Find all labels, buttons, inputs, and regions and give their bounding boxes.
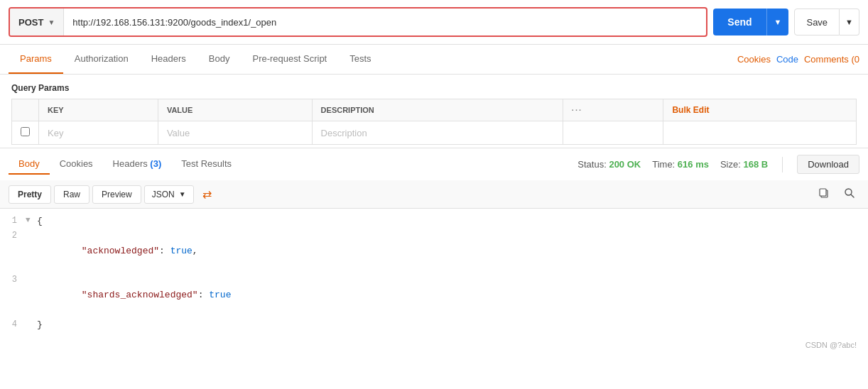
key-cell[interactable]: Key: [39, 121, 158, 145]
save-dropdown-button[interactable]: ▼: [840, 9, 859, 35]
watermark: CSDN @?abc!: [0, 338, 868, 352]
query-params-section: Query Params KEY VALUE DESCRIPTION ··· B…: [0, 75, 868, 145]
status-value: 200 OK: [609, 159, 641, 170]
code-toolbar: Pretty Raw Preview JSON ▼ ⇄: [0, 180, 868, 209]
resp-tab-headers[interactable]: Headers (3): [103, 154, 172, 175]
col-bulk-edit: Bulk Edit: [663, 99, 857, 121]
response-tabs-row: Body Cookies Headers (3) Test Results St…: [0, 148, 868, 180]
col-description: DESCRIPTION: [312, 99, 563, 121]
request-tabs-row: Params Authorization Headers Body Pre-re…: [0, 45, 868, 75]
search-icon: [844, 187, 855, 199]
col-key: KEY: [39, 99, 158, 121]
resp-tab-test-results[interactable]: Test Results: [171, 154, 242, 175]
search-button[interactable]: [840, 185, 859, 204]
code-line-4: 4 }: [0, 318, 868, 333]
size-label: Size: 168 B: [720, 159, 768, 170]
time-value: 616 ms: [678, 159, 709, 170]
tab-body[interactable]: Body: [197, 45, 242, 74]
code-link[interactable]: Code: [776, 54, 798, 65]
row-checkbox[interactable]: [12, 121, 39, 145]
tab-tests[interactable]: Tests: [338, 45, 382, 74]
value-cell[interactable]: Value: [158, 121, 312, 145]
format-selector[interactable]: JSON ▼: [144, 185, 194, 204]
send-group: Send ▼: [713, 9, 788, 35]
method-selector[interactable]: POST ▼: [10, 9, 64, 35]
tab-params[interactable]: Params: [9, 45, 63, 74]
row-extra: [663, 121, 857, 145]
code-area: 1 ▼ { 2 "acknowledged": true, 3 "shards_…: [0, 209, 868, 338]
format-label: JSON: [152, 190, 175, 199]
line-number: 1: [0, 214, 26, 228]
format-chevron-icon: ▼: [179, 190, 186, 198]
code-line-1: 1 ▼ {: [0, 214, 868, 229]
copy-button[interactable]: [814, 185, 834, 204]
comments-link[interactable]: Comments (0: [804, 54, 859, 65]
size-value: 168 B: [743, 159, 768, 170]
code-text: }: [37, 318, 868, 333]
response-meta: Status: 200 OK Time: 616 ms Size: 168 B …: [577, 155, 859, 174]
cookies-link[interactable]: Cookies: [737, 54, 771, 65]
more-icon[interactable]: ···: [572, 106, 582, 114]
code-line-2: 2 "acknowledged": true,: [0, 229, 868, 273]
send-button[interactable]: Send: [713, 9, 766, 35]
table-row: Key Value Description: [12, 121, 857, 145]
tab-headers[interactable]: Headers: [140, 45, 197, 74]
col-checkbox: [12, 99, 39, 121]
row-action: [563, 121, 663, 145]
request-tabs-left: Params Authorization Headers Body Pre-re…: [9, 45, 383, 74]
top-bar: POST ▼ Send ▼ Save ▼: [0, 0, 868, 45]
query-params-title: Query Params: [11, 83, 857, 93]
row-checkbox-input[interactable]: [21, 127, 30, 136]
method-chevron-icon: ▼: [48, 18, 55, 26]
line-number: 2: [0, 229, 26, 243]
code-text: "acknowledged": true,: [37, 229, 868, 273]
desc-cell[interactable]: Description: [312, 121, 563, 145]
svg-line-3: [851, 194, 854, 197]
svg-rect-1: [820, 189, 826, 196]
code-text: "shards_acknowledged": true: [37, 273, 868, 317]
view-pretty-button[interactable]: Pretty: [9, 185, 51, 204]
view-preview-button[interactable]: Preview: [92, 185, 141, 204]
col-value: VALUE: [158, 99, 312, 121]
url-section: POST ▼: [9, 7, 707, 37]
wrap-icon[interactable]: ⇄: [197, 185, 217, 204]
resp-tab-body[interactable]: Body: [9, 154, 50, 175]
url-input[interactable]: [64, 9, 706, 35]
save-chevron-icon: ▼: [845, 18, 853, 26]
view-raw-button[interactable]: Raw: [54, 185, 89, 204]
col-more: ···: [563, 99, 663, 121]
request-tabs-right: Cookies Code Comments (0: [737, 54, 859, 65]
send-chevron-icon: ▼: [774, 18, 782, 26]
send-dropdown-button[interactable]: ▼: [766, 9, 789, 35]
divider: [782, 157, 783, 172]
params-table: KEY VALUE DESCRIPTION ··· Bulk Edit: [11, 99, 857, 145]
code-line-3: 3 "shards_acknowledged": true: [0, 273, 868, 317]
line-toggle[interactable]: ▼: [26, 214, 37, 227]
status-label: Status: 200 OK: [577, 159, 641, 170]
response-tabs-left: Body Cookies Headers (3) Test Results: [9, 154, 242, 175]
line-number: 4: [0, 318, 26, 332]
save-group: Save ▼: [794, 9, 859, 35]
code-text: {: [37, 214, 868, 229]
save-button[interactable]: Save: [794, 9, 840, 35]
copy-icon: [818, 187, 830, 199]
method-label: POST: [18, 17, 43, 28]
resp-tab-cookies[interactable]: Cookies: [50, 154, 103, 175]
bulk-edit-button[interactable]: Bulk Edit: [672, 105, 709, 115]
download-button[interactable]: Download: [797, 155, 859, 174]
line-number: 3: [0, 273, 26, 287]
time-label: Time: 616 ms: [652, 159, 709, 170]
tab-pre-request-script[interactable]: Pre-request Script: [241, 45, 338, 74]
code-actions: [814, 185, 859, 204]
tab-authorization[interactable]: Authorization: [63, 45, 140, 74]
